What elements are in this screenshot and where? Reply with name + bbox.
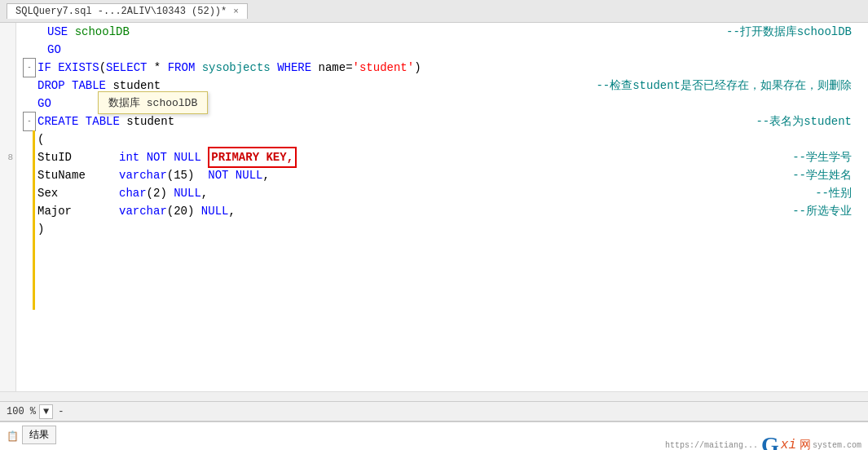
yellow-indent-bar — [33, 130, 35, 310]
comment-11: --所选专业 — [792, 202, 852, 220]
line-num-6 — [13, 112, 15, 130]
zoom-dropdown[interactable]: ▼ — [39, 404, 53, 419]
col-major-type: varchar — [119, 202, 167, 220]
line-num-5 — [13, 95, 15, 112]
line-num-12 — [13, 220, 15, 238]
app-window: SQLQuery7.sql -...2ALIV\10343 (52))* × 8 — [0, 0, 868, 450]
keyword-go-1: GO — [47, 41, 61, 59]
keyword-if: IF — [37, 59, 51, 77]
col-stuid-notnull: NOT NULL — [147, 148, 201, 166]
tooltip-popup: 数据库 schoolDB — [98, 91, 208, 114]
results-icon: 📋 — [7, 430, 19, 443]
code-line-9: StuName varchar (15) NOT NULL , --学生姓名 — [23, 166, 868, 184]
comment-9: --学生姓名 — [792, 166, 852, 184]
comment-1: --打开数据库schoolDB — [726, 23, 852, 41]
code-line-2: GO — [23, 41, 868, 59]
close-paren: ) — [37, 220, 44, 238]
col-major-null: NULL — [201, 202, 229, 220]
code-line-6: - CREATE TABLE student --表名为student — [23, 112, 868, 130]
open-paren: ( — [37, 130, 44, 148]
col-sex: Sex — [37, 184, 119, 202]
line-num-4 — [13, 77, 15, 95]
keyword-drop: DROP — [37, 77, 65, 95]
keyword-table-2: TABLE — [86, 112, 120, 130]
col-stuid-type: int — [119, 148, 139, 166]
sysobjects-ref: sysobjects — [202, 59, 271, 77]
zoom-value: 100 % — [7, 406, 36, 417]
col-sex-type: char — [119, 184, 147, 202]
zoom-control: 100 % ▼ - — [7, 404, 65, 419]
line-num-3 — [13, 59, 15, 77]
tooltip-text: 数据库 schoolDB — [108, 97, 197, 109]
code-editor: 8 USE schoolDB --打开数据库schoolDB GO — [0, 23, 868, 391]
zoom-minus[interactable]: - — [56, 406, 65, 417]
sql-query-tab[interactable]: SQLQuery7.sql -...2ALIV\10343 (52))* × — [7, 3, 248, 19]
line-num-7 — [13, 130, 15, 148]
dropdown-arrow[interactable]: ▼ — [43, 406, 49, 417]
exists-paren: ( — [99, 59, 106, 77]
col-stuname-type: varchar — [119, 166, 167, 184]
code-line-10: Sex char (2) NULL , --性别 — [23, 184, 868, 202]
tab-bar: SQLQuery7.sql -...2ALIV\10343 (52))* × — [0, 0, 868, 23]
watermark-system: system.com — [813, 441, 861, 450]
line-number-gutter: 8 — [0, 23, 16, 391]
primary-key-highlight: PRIMARY KEY, — [208, 147, 297, 168]
col-major: Major — [37, 202, 119, 220]
status-bar: 100 % ▼ - — [0, 401, 868, 421]
keyword-use: USE — [47, 23, 68, 41]
comment-8: --学生学号 — [792, 148, 852, 166]
results-tab[interactable]: 结果 — [22, 426, 56, 444]
collapse-create-icon[interactable]: - — [23, 112, 36, 131]
keyword-from: FROM — [168, 59, 196, 77]
keyword-exists: EXISTS — [58, 59, 99, 77]
code-line-7: ( — [23, 130, 868, 148]
watermark: https://maitiang... G xi 网 system.com — [665, 432, 861, 450]
code-content[interactable]: USE schoolDB --打开数据库schoolDB GO 数据库 scho… — [16, 23, 868, 391]
keyword-where: WHERE — [277, 59, 311, 77]
results-tab-label: 结果 — [29, 428, 49, 442]
code-line-1: USE schoolDB --打开数据库schoolDB — [23, 23, 868, 41]
comment-6: --表名为student — [756, 112, 852, 130]
keyword-select: SELECT — [106, 59, 147, 77]
collapse-if-icon[interactable]: - — [23, 58, 36, 77]
comment-10: --性别 — [815, 184, 852, 202]
col-stuid: StuID — [37, 148, 119, 166]
tab-close-button[interactable]: × — [233, 7, 239, 16]
keyword-go-2: GO — [37, 95, 51, 112]
col-stuname-notnull: NOT NULL — [208, 166, 262, 184]
watermark-xi: xi — [781, 438, 796, 450]
keyword-create: CREATE — [37, 112, 78, 130]
string-student: 'student' — [353, 59, 415, 77]
line-num-8: 8 — [7, 148, 15, 166]
line-num-9 — [13, 166, 15, 184]
col-stuname: StuName — [37, 166, 119, 184]
comment-4: --检查student是否已经存在，如果存在，则删除 — [596, 77, 852, 95]
line-num-1 — [13, 23, 15, 41]
col-sex-null: NULL — [174, 184, 201, 202]
line-num-2 — [13, 41, 15, 59]
horizontal-scrollbar[interactable] — [0, 391, 868, 401]
code-line-8: StuID int NOT NULL PRIMARY KEY, --学生学号 — [23, 148, 868, 166]
code-line-3: - IF EXISTS ( SELECT * FROM sysobjects W… — [23, 59, 868, 77]
line-num-10 — [13, 184, 15, 202]
watermark-g: G — [761, 432, 779, 450]
db-name-schooldb: schoolDB — [75, 23, 130, 41]
watermark-net: 网 — [800, 438, 811, 450]
results-panel: 📋 结果 命令已成功完成。 https://maitiang... G xi 网… — [0, 421, 868, 450]
code-line-11: Major varchar (20) NULL , --所选专业 — [23, 202, 868, 220]
watermark-url: https://maitiang... — [665, 441, 758, 450]
code-line-12: ) — [23, 220, 868, 238]
line-num-11 — [13, 202, 15, 220]
tab-title: SQLQuery7.sql -...2ALIV\10343 (52))* — [15, 6, 227, 17]
